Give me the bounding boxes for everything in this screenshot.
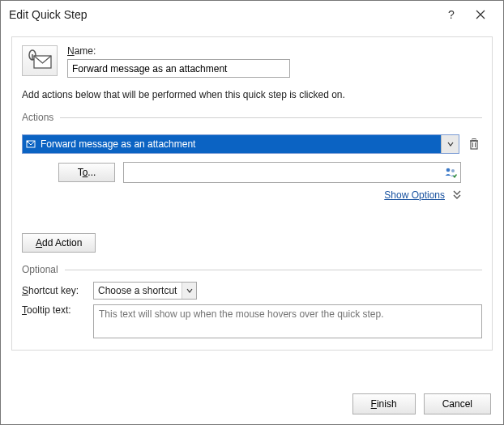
- dialog-body: Name: Add actions below that will be per…: [11, 36, 493, 351]
- chevron-down-icon: [441, 135, 459, 153]
- to-input[interactable]: [124, 165, 442, 180]
- optional-heading: Optional: [22, 264, 58, 275]
- tooltip-input[interactable]: [93, 304, 482, 338]
- actions-heading-row: Actions: [22, 112, 482, 123]
- shortcut-value: Choose a shortcut: [98, 285, 182, 296]
- window-title: Edit Quick Step: [9, 8, 88, 21]
- add-action-button[interactable]: Add Action: [22, 233, 96, 253]
- titlebar: Edit Quick Step ?: [1, 1, 503, 28]
- expand-down-icon[interactable]: [453, 190, 461, 200]
- forward-attachment-icon: [23, 139, 39, 149]
- tooltip-label: Tooltip text:: [22, 304, 87, 316]
- shortcut-label: Shortcut key:: [22, 285, 87, 296]
- address-book-icon[interactable]: [442, 166, 459, 179]
- delete-action-button[interactable]: [466, 134, 482, 154]
- to-field-wrap: [123, 162, 461, 183]
- name-input[interactable]: [67, 59, 290, 78]
- svg-rect-7: [471, 141, 477, 149]
- svg-rect-11: [472, 139, 476, 141]
- help-button[interactable]: ?: [437, 3, 466, 26]
- instruction-text: Add actions below that will be performed…: [22, 89, 482, 100]
- action-dropdown-label: Forward message as an attachment: [39, 138, 441, 150]
- action-dropdown[interactable]: Forward message as an attachment: [22, 134, 459, 154]
- cancel-button[interactable]: Cancel: [424, 393, 491, 414]
- name-label: Name:: [67, 45, 482, 57]
- optional-heading-row: Optional: [22, 264, 482, 275]
- svg-point-6: [27, 141, 28, 142]
- svg-point-12: [446, 168, 451, 172]
- show-options-link[interactable]: Show Options: [384, 189, 445, 201]
- close-button[interactable]: [466, 3, 495, 26]
- chevron-down-icon: [182, 283, 196, 299]
- dialog-footer: Finish Cancel: [352, 393, 491, 414]
- finish-button[interactable]: Finish: [352, 393, 416, 414]
- quickstep-envelope-icon: [22, 45, 58, 76]
- shortcut-dropdown[interactable]: Choose a shortcut: [93, 282, 197, 300]
- actions-heading: Actions: [22, 112, 53, 123]
- svg-point-13: [451, 169, 455, 172]
- to-button[interactable]: To...: [58, 163, 115, 182]
